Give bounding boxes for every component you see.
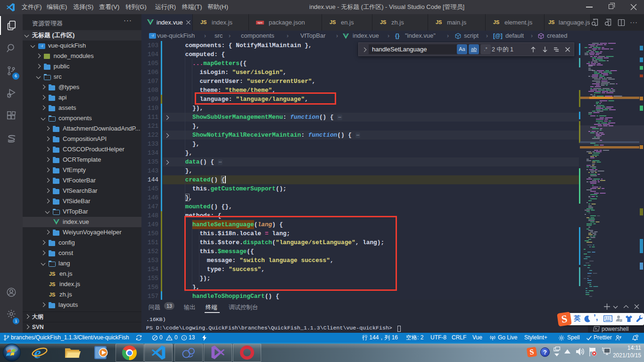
svg-text:e: e bbox=[34, 344, 41, 361]
